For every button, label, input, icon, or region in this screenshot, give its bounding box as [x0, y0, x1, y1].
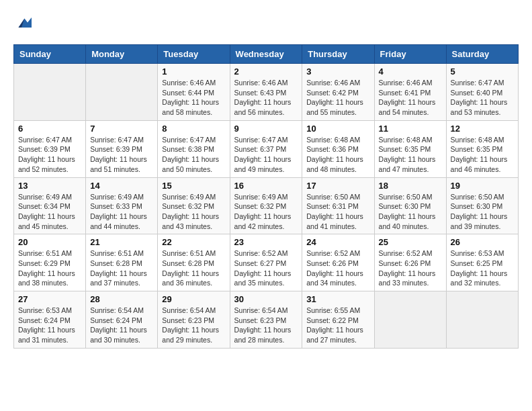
day-number: 19 — [451, 181, 514, 191]
day-info: Sunrise: 6:52 AM Sunset: 6:26 PM Dayligh… — [379, 248, 442, 288]
day-info: Sunrise: 6:51 AM Sunset: 6:28 PM Dayligh… — [90, 248, 153, 288]
calendar-cell: 6Sunrise: 6:47 AM Sunset: 6:39 PM Daylig… — [14, 120, 86, 177]
calendar-cell: 12Sunrise: 6:48 AM Sunset: 6:35 PM Dayli… — [446, 120, 518, 177]
day-number: 5 — [451, 66, 514, 77]
calendar-cell: 31Sunrise: 6:55 AM Sunset: 6:22 PM Dayli… — [302, 291, 374, 349]
calendar-cell: 30Sunrise: 6:54 AM Sunset: 6:23 PM Dayli… — [230, 291, 302, 349]
calendar-cell: 17Sunrise: 6:50 AM Sunset: 6:31 PM Dayli… — [302, 177, 374, 234]
day-info: Sunrise: 6:46 AM Sunset: 6:43 PM Dayligh… — [234, 78, 298, 118]
day-info: Sunrise: 6:46 AM Sunset: 6:44 PM Dayligh… — [162, 78, 225, 118]
header-day-tuesday: Tuesday — [158, 45, 230, 64]
calendar-cell: 28Sunrise: 6:54 AM Sunset: 6:24 PM Dayli… — [86, 291, 158, 349]
calendar-cell: 10Sunrise: 6:48 AM Sunset: 6:36 PM Dayli… — [302, 120, 374, 177]
header-day-wednesday: Wednesday — [230, 45, 302, 64]
day-number: 22 — [162, 237, 225, 247]
calendar-cell: 16Sunrise: 6:49 AM Sunset: 6:32 PM Dayli… — [230, 177, 302, 234]
day-number: 11 — [379, 124, 442, 134]
day-number: 25 — [379, 237, 442, 247]
header-day-saturday: Saturday — [446, 45, 518, 64]
calendar-cell — [14, 64, 86, 121]
calendar-week-row: 1Sunrise: 6:46 AM Sunset: 6:44 PM Daylig… — [14, 64, 519, 121]
day-info: Sunrise: 6:54 AM Sunset: 6:23 PM Dayligh… — [234, 306, 298, 345]
day-number: 2 — [234, 66, 298, 77]
day-number: 27 — [18, 294, 81, 304]
calendar-cell: 20Sunrise: 6:51 AM Sunset: 6:29 PM Dayli… — [14, 234, 86, 291]
calendar-cell: 23Sunrise: 6:52 AM Sunset: 6:27 PM Dayli… — [230, 234, 302, 291]
day-number: 24 — [306, 237, 369, 247]
day-number: 20 — [18, 237, 81, 247]
calendar-cell: 22Sunrise: 6:51 AM Sunset: 6:28 PM Dayli… — [158, 234, 230, 291]
calendar-table: SundayMondayTuesdayWednesdayThursdayFrid… — [13, 44, 519, 349]
day-info: Sunrise: 6:47 AM Sunset: 6:40 PM Dayligh… — [451, 78, 514, 118]
day-number: 18 — [379, 181, 442, 191]
day-number: 31 — [306, 294, 369, 304]
day-number: 10 — [306, 124, 369, 134]
calendar-cell: 7Sunrise: 6:47 AM Sunset: 6:39 PM Daylig… — [86, 120, 158, 177]
day-number: 12 — [451, 124, 514, 134]
calendar-cell: 2Sunrise: 6:46 AM Sunset: 6:43 PM Daylig… — [230, 64, 302, 121]
day-number: 28 — [90, 294, 153, 304]
day-number: 16 — [234, 181, 298, 191]
day-info: Sunrise: 6:46 AM Sunset: 6:42 PM Dayligh… — [306, 78, 369, 118]
day-info: Sunrise: 6:51 AM Sunset: 6:28 PM Dayligh… — [162, 248, 225, 288]
calendar-cell: 29Sunrise: 6:54 AM Sunset: 6:23 PM Dayli… — [158, 291, 230, 349]
day-info: Sunrise: 6:47 AM Sunset: 6:39 PM Dayligh… — [90, 135, 153, 175]
logo-icon — [13, 13, 34, 34]
calendar-week-row: 27Sunrise: 6:53 AM Sunset: 6:24 PM Dayli… — [14, 291, 519, 349]
day-info: Sunrise: 6:50 AM Sunset: 6:30 PM Dayligh… — [451, 192, 514, 232]
day-number: 17 — [306, 181, 369, 191]
day-number: 7 — [90, 124, 153, 134]
calendar-cell: 8Sunrise: 6:47 AM Sunset: 6:38 PM Daylig… — [158, 120, 230, 177]
day-number: 21 — [90, 237, 153, 247]
day-info: Sunrise: 6:49 AM Sunset: 6:33 PM Dayligh… — [90, 192, 153, 232]
day-info: Sunrise: 6:47 AM Sunset: 6:37 PM Dayligh… — [234, 135, 298, 175]
header-day-sunday: Sunday — [14, 45, 86, 64]
day-number: 3 — [306, 66, 369, 77]
day-number: 6 — [18, 124, 81, 134]
calendar-header-row: SundayMondayTuesdayWednesdayThursdayFrid… — [14, 45, 519, 64]
calendar-cell: 18Sunrise: 6:50 AM Sunset: 6:30 PM Dayli… — [374, 177, 446, 234]
header-day-friday: Friday — [374, 45, 446, 64]
calendar-cell: 14Sunrise: 6:49 AM Sunset: 6:33 PM Dayli… — [86, 177, 158, 234]
day-info: Sunrise: 6:49 AM Sunset: 6:32 PM Dayligh… — [162, 192, 225, 232]
calendar-cell: 11Sunrise: 6:48 AM Sunset: 6:35 PM Dayli… — [374, 120, 446, 177]
day-info: Sunrise: 6:50 AM Sunset: 6:30 PM Dayligh… — [379, 192, 442, 232]
calendar-cell: 13Sunrise: 6:49 AM Sunset: 6:34 PM Dayli… — [14, 177, 86, 234]
header-day-thursday: Thursday — [302, 45, 374, 64]
calendar-cell: 25Sunrise: 6:52 AM Sunset: 6:26 PM Dayli… — [374, 234, 446, 291]
day-number: 29 — [162, 294, 225, 304]
day-info: Sunrise: 6:48 AM Sunset: 6:35 PM Dayligh… — [451, 135, 514, 175]
day-info: Sunrise: 6:54 AM Sunset: 6:23 PM Dayligh… — [162, 306, 225, 345]
day-info: Sunrise: 6:53 AM Sunset: 6:25 PM Dayligh… — [451, 248, 514, 288]
calendar-cell: 27Sunrise: 6:53 AM Sunset: 6:24 PM Dayli… — [14, 291, 86, 349]
calendar-week-row: 13Sunrise: 6:49 AM Sunset: 6:34 PM Dayli… — [14, 177, 519, 234]
day-info: Sunrise: 6:51 AM Sunset: 6:29 PM Dayligh… — [18, 248, 81, 288]
calendar-week-row: 20Sunrise: 6:51 AM Sunset: 6:29 PM Dayli… — [14, 234, 519, 291]
day-number: 23 — [234, 237, 298, 247]
day-number: 13 — [18, 181, 81, 191]
calendar-cell: 5Sunrise: 6:47 AM Sunset: 6:40 PM Daylig… — [446, 64, 518, 121]
day-number: 30 — [234, 294, 298, 304]
calendar-cell — [86, 64, 158, 121]
day-info: Sunrise: 6:49 AM Sunset: 6:32 PM Dayligh… — [234, 192, 298, 232]
day-info: Sunrise: 6:48 AM Sunset: 6:36 PM Dayligh… — [306, 135, 369, 175]
page-header — [13, 13, 519, 34]
day-info: Sunrise: 6:49 AM Sunset: 6:34 PM Dayligh… — [18, 192, 81, 232]
calendar-cell: 21Sunrise: 6:51 AM Sunset: 6:28 PM Dayli… — [86, 234, 158, 291]
calendar-cell: 9Sunrise: 6:47 AM Sunset: 6:37 PM Daylig… — [230, 120, 302, 177]
calendar-cell — [374, 291, 446, 349]
calendar-cell: 3Sunrise: 6:46 AM Sunset: 6:42 PM Daylig… — [302, 64, 374, 121]
day-number: 8 — [162, 124, 225, 134]
day-info: Sunrise: 6:55 AM Sunset: 6:22 PM Dayligh… — [306, 306, 369, 345]
header-day-monday: Monday — [86, 45, 158, 64]
day-info: Sunrise: 6:54 AM Sunset: 6:24 PM Dayligh… — [90, 306, 153, 345]
day-number: 26 — [451, 237, 514, 247]
calendar-cell: 1Sunrise: 6:46 AM Sunset: 6:44 PM Daylig… — [158, 64, 230, 121]
calendar-cell: 19Sunrise: 6:50 AM Sunset: 6:30 PM Dayli… — [446, 177, 518, 234]
day-info: Sunrise: 6:52 AM Sunset: 6:26 PM Dayligh… — [306, 248, 369, 288]
logo — [13, 13, 36, 34]
day-info: Sunrise: 6:52 AM Sunset: 6:27 PM Dayligh… — [234, 248, 298, 288]
calendar-cell: 26Sunrise: 6:53 AM Sunset: 6:25 PM Dayli… — [446, 234, 518, 291]
day-info: Sunrise: 6:53 AM Sunset: 6:24 PM Dayligh… — [18, 306, 81, 345]
day-number: 15 — [162, 181, 225, 191]
